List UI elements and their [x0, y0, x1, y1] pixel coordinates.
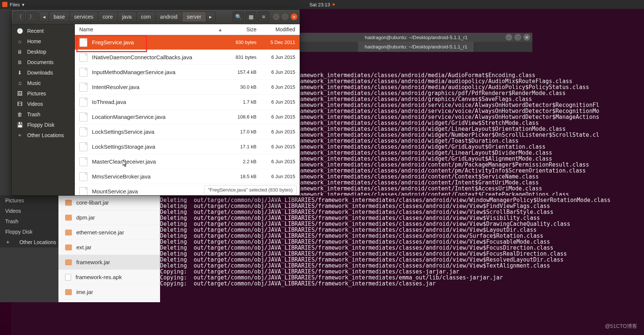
file-size: 17.0 kB — [227, 129, 262, 135]
breadcrumb: ◂ base services core java com android se… — [39, 12, 216, 22]
terminal-minimize-button[interactable]: – — [506, 34, 512, 41]
sidebar-item-pictures[interactable]: 🖼Pictures — [12, 88, 74, 99]
file-modified: 6 Jun 2015 — [262, 54, 300, 60]
column-header-size[interactable]: Size — [227, 26, 262, 32]
crumb-android[interactable]: android — [156, 12, 182, 22]
java-file-icon — [79, 187, 87, 196]
folder-icon — [65, 215, 72, 221]
column-header-modified[interactable]: Modified — [262, 26, 300, 32]
column-header-name[interactable]: Name — [79, 26, 213, 32]
file-row[interactable]: IntentResolver.java30.0 kB6 Jun 2015 — [75, 80, 300, 95]
crumb-java[interactable]: java — [118, 12, 137, 22]
sidebar-item-floppy[interactable]: 💾Floppy Disk — [12, 120, 74, 130]
downloads-icon: ⬇ — [17, 70, 23, 76]
file-name: LockSettingsStorage.java — [92, 143, 227, 150]
terminal-maximize-button[interactable]: ▢ — [514, 34, 521, 41]
window-maximize-button[interactable]: ▢ — [282, 13, 288, 20]
terminal-output-bottom: Deleting out/target/common/obj/JAVA_LIBR… — [160, 196, 644, 335]
breadcrumb-overflow-icon[interactable]: ▸ — [206, 12, 215, 22]
file-row[interactable]: FregService.java830 bytes5 Dec 2011 — [75, 35, 300, 50]
menubar-clock[interactable]: Sat 23:13 — [309, 2, 335, 7]
terminal-titlebar[interactable]: haidragon@ubuntu: ~/Desktop/android-5.1.… — [300, 33, 532, 42]
window-close-button[interactable]: ✕ — [291, 13, 297, 20]
file-modified: 6 Jun 2015 — [262, 69, 300, 75]
file-row[interactable]: LocationManagerService.java108.6 kB6 Jun… — [75, 110, 300, 124]
sidebar-item-downloads[interactable]: ⬇Downloads — [12, 67, 74, 78]
sidebar-item-documents[interactable]: 🗎Documents — [12, 57, 74, 67]
file-name: INativeDaemonConnectorCallbacks.java — [92, 54, 227, 60]
bg-sidebar-other[interactable]: ＋ Other Locations — [0, 237, 58, 247]
file-row[interactable]: IoThread.java1.7 kB6 Jun 2015 — [75, 95, 300, 110]
file-size: 108.6 kB — [227, 114, 262, 120]
file-modified: 6 Jun 2015 — [262, 99, 300, 105]
breadcrumb-root-icon[interactable]: ◂ — [39, 12, 49, 22]
file-size: 831 bytes — [227, 54, 262, 60]
file-row[interactable]: MmsServiceBroker.java18.5 kB6 Jun 2015 — [75, 169, 300, 184]
crumb-base[interactable]: base — [49, 12, 70, 22]
file-name: InputMethodManagerService.java — [92, 69, 227, 75]
terminal-tab[interactable]: haidragon@ubuntu: ~/Desktop/android-5.1.… — [358, 42, 475, 52]
crumb-server[interactable]: server — [182, 12, 206, 22]
music-icon: ♫ — [17, 80, 23, 86]
bg-sidebar-pictures[interactable]: Pictures — [0, 195, 58, 206]
file-row[interactable]: INativeDaemonConnectorCallbacks.java831 … — [75, 50, 300, 65]
file-modified: 6 Jun 2015 — [262, 114, 300, 120]
hamburger-menu-button[interactable]: ≡ — [258, 12, 269, 22]
hamburger-icon: ≡ — [262, 14, 265, 20]
folder-icon — [65, 244, 72, 250]
folder-icon — [65, 289, 72, 295]
sidebar-item-desktop[interactable]: 🖥Desktop — [12, 47, 74, 57]
file-modified: 6 Jun 2015 — [262, 174, 300, 179]
file-list: Name ▴ Size Modified FregService.java830… — [75, 24, 300, 195]
bg-sidebar-trash[interactable]: Trash — [0, 216, 58, 227]
back-button[interactable]: 〈 — [14, 12, 25, 22]
sidebar-item-other[interactable]: ＋Other Locations — [12, 130, 74, 140]
file-row[interactable]: LockSettingsStorage.java17.1 kB6 Jun 201… — [75, 139, 300, 154]
crumb-core[interactable]: core — [98, 12, 118, 22]
file-row[interactable]: LockSettingsService.java17.0 kB6 Jun 201… — [75, 124, 300, 139]
crumb-com[interactable]: com — [137, 12, 156, 22]
crumb-services[interactable]: services — [70, 12, 98, 22]
file-manager-sidebar: 🕘Recent ⌂Home 🖥Desktop 🗎Documents ⬇Downl… — [12, 24, 75, 195]
file-size: 830 bytes — [227, 39, 262, 45]
file-row[interactable]: MasterClearReceiver.java2.2 kB6 Jun 2015 — [75, 154, 300, 169]
file-name: MasterClearReceiver.java — [92, 158, 227, 165]
plus-icon: ＋ — [17, 132, 23, 139]
menubar-app[interactable]: Files ▾ — [2, 2, 25, 7]
sidebar-item-home[interactable]: ⌂Home — [12, 36, 74, 47]
videos-icon: 🎞 — [17, 101, 23, 107]
file-size: 30.0 kB — [227, 84, 262, 90]
notification-dot-icon — [332, 3, 335, 6]
selection-status: "FregService.java" selected (830 bytes) — [204, 185, 297, 195]
folder-icon — [65, 259, 72, 265]
folder-icon — [65, 230, 72, 236]
watermark: @51CTO博客 — [605, 323, 637, 330]
java-file-icon — [79, 157, 87, 166]
apk-file-icon — [65, 274, 71, 281]
file-list-header: Name ▴ Size Modified — [75, 24, 300, 35]
view-grid-button[interactable]: ▦ — [245, 12, 256, 22]
file-row[interactable]: InputMethodManagerService.java157.4 kB6 … — [75, 65, 300, 80]
forward-button[interactable]: 〉 — [26, 12, 38, 22]
file-size: 157.4 kB — [227, 69, 262, 75]
folder-icon — [65, 200, 72, 206]
dropdown-triangle-icon: ▾ — [22, 2, 25, 7]
sidebar-item-trash[interactable]: 🗑Trash — [12, 109, 74, 120]
java-file-icon — [79, 68, 87, 77]
sidebar-item-recent[interactable]: 🕘Recent — [12, 26, 74, 36]
sort-indicator-icon[interactable]: ▴ — [213, 26, 227, 32]
bg-sidebar-videos[interactable]: Videos — [0, 206, 58, 216]
floppy-icon: 💾 — [17, 122, 23, 128]
terminal-title: haidragon@ubuntu: ~/Desktop/android-5.1.… — [365, 35, 468, 40]
file-name: IoThread.java — [92, 99, 227, 105]
window-minimize-button[interactable]: – — [273, 13, 280, 20]
search-button[interactable]: 🔍 — [233, 12, 244, 22]
bg-sidebar-floppy[interactable]: Floppy Disk — [0, 227, 58, 237]
file-size: 2.2 kB — [227, 159, 262, 164]
search-icon: 🔍 — [235, 14, 242, 20]
file-size: 17.1 kB — [227, 144, 262, 149]
sidebar-item-videos[interactable]: 🎞Videos — [12, 99, 74, 109]
terminal-close-button[interactable]: ✕ — [523, 34, 530, 41]
pictures-icon: 🖼 — [17, 91, 23, 97]
sidebar-item-music[interactable]: ♫Music — [12, 78, 74, 88]
